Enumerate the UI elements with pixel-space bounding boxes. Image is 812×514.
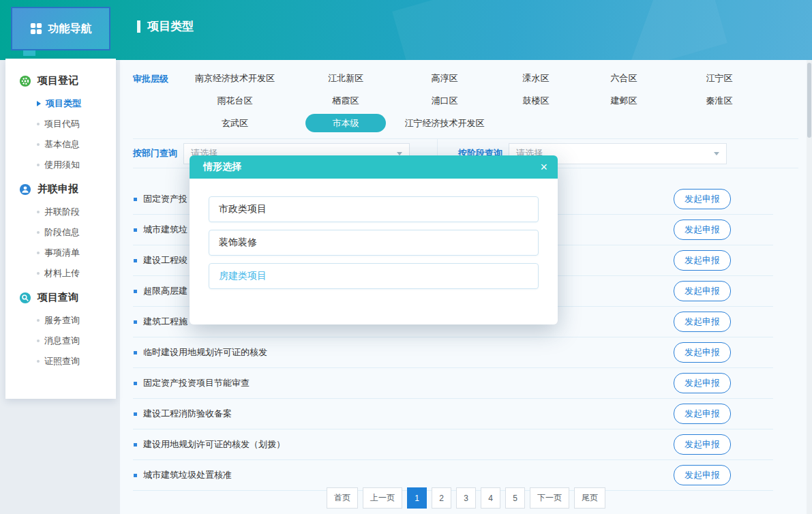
scrollbar-thumb[interactable] [807,63,811,138]
scrollbar[interactable] [807,60,812,514]
declare-button[interactable]: 发起申报 [674,342,731,363]
sidebar-item[interactable]: 项目代码 [5,114,116,134]
search-icon [19,292,31,304]
region-option[interactable]: 江宁区 [668,67,770,89]
close-icon[interactable]: × [540,161,547,173]
filter-panel: 审批层级 南京经济技术开发区江北新区高淳区溧水区六合区江宁区雨花台区栖霞区浦口区… [120,60,812,168]
chevron-down-icon [397,152,402,155]
declare-button[interactable]: 发起申报 [674,220,731,240]
sidebar-item[interactable]: 阶段信息 [5,222,116,243]
sidebar-item-label: 消息查询 [44,335,80,347]
sidebar-section-label: 并联申报 [37,183,78,196]
sidebar-item[interactable]: 服务查询 [5,310,116,331]
page-button[interactable]: 3 [456,487,476,509]
list-item: 城市建筑垃圾处置核准发起申报 [133,460,773,491]
sidebar-item[interactable]: 基本信息 [5,134,116,155]
sidebar-item-label: 项目代码 [44,118,80,130]
region-option[interactable]: 溧水区 [492,67,580,89]
bullet-icon [37,211,40,213]
bullet-icon [37,319,40,322]
sidebar-item[interactable]: 事项清单 [5,243,116,263]
sidebar-item[interactable]: 证照查询 [5,351,116,372]
sidebar-item-label: 基本信息 [44,138,80,151]
modal-option[interactable]: 装饰装修 [209,230,539,256]
page-button[interactable]: 4 [481,487,500,509]
sidebar-item[interactable]: 使用须知 [5,155,116,175]
sidebar-item-label: 证照查询 [44,355,80,367]
sidebar-item-label: 服务查询 [44,314,80,327]
page-button[interactable]: 尾页 [574,487,605,509]
region-option[interactable]: 雨花台区 [175,89,295,112]
page-button[interactable]: 5 [505,487,525,509]
bullet-icon [37,339,40,342]
bullet-icon [37,252,40,254]
bullet-icon [37,164,40,166]
list-item: 建设工程消防验收备案发起申报 [133,399,773,429]
bullet-icon [37,231,40,234]
region-option[interactable]: 江宁经济技术开发区 [397,112,492,134]
user-icon [19,183,31,196]
region-option[interactable]: 浦口区 [397,89,492,112]
page-button[interactable]: 下一页 [530,487,569,509]
sidebar-item-label: 事项清单 [44,247,80,259]
declare-button[interactable]: 发起申报 [674,434,731,455]
sidebar-section-label: 项目查询 [37,291,78,304]
sidebar-title: 功能导航 [48,22,92,36]
region-option[interactable]: 鼓楼区 [492,89,580,112]
modal-option[interactable]: 市政类项目 [209,196,539,222]
list-item-label: 建设用地规划许可证的核发（划拨） [143,438,674,451]
sidebar-item[interactable]: 消息查询 [5,331,116,351]
region-option[interactable]: 玄武区 [175,112,295,134]
page-button[interactable]: 上一页 [363,487,402,509]
situation-select-modal: 情形选择 × 市政类项目装饰装修房建类项目 [190,155,558,324]
region-option[interactable]: 高淳区 [397,67,492,89]
bullet-icon [37,143,40,146]
sidebar-section-label: 项目登记 [37,74,78,87]
declare-button[interactable]: 发起申报 [674,312,731,332]
region-option[interactable]: 市本级 [305,114,386,132]
declare-button[interactable]: 发起申报 [674,189,731,209]
bullet-icon [134,351,137,354]
page-button[interactable]: 2 [432,487,451,509]
sidebar-section[interactable]: 项目登记 [5,67,116,93]
bullet-icon [134,259,137,262]
bullet-icon [134,474,137,477]
sidebar-item-label: 项目类型 [46,97,81,110]
sidebar-item[interactable]: 并联阶段 [5,202,116,222]
sidebar: 功能导航 项目登记项目类型项目代码基本信息使用须知并联申报并联阶段阶段信息事项清… [5,7,116,399]
header-decoration [624,0,812,60]
sidebar-body: 项目登记项目类型项目代码基本信息使用须知并联申报并联阶段阶段信息事项清单材料上传… [5,59,116,399]
declare-button[interactable]: 发起申报 [674,281,731,301]
top-header [0,0,812,60]
region-option[interactable]: 秦淮区 [668,89,770,112]
declare-button[interactable]: 发起申报 [674,404,731,424]
sidebar-section[interactable]: 项目查询 [5,284,116,310]
sidebar-item[interactable]: 材料上传 [5,263,116,284]
region-option[interactable]: 南京经济技术开发区 [175,67,295,89]
gear-icon [19,75,31,87]
list-item: 固定资产投资项目节能审查发起申报 [133,368,773,399]
sidebar-item-label: 材料上传 [44,267,80,279]
bullet-icon [134,320,137,324]
title-accent-bar [137,20,140,33]
region-option[interactable]: 六合区 [580,67,668,89]
bullet-icon [134,443,137,447]
approval-level-filter: 审批层级 南京经济技术开发区江北新区高淳区溧水区六合区江宁区雨花台区栖霞区浦口区… [133,67,798,134]
sidebar-item-label: 阶段信息 [44,226,80,239]
page-button[interactable]: 首页 [327,487,358,509]
sidebar-item[interactable]: 项目类型 [5,93,116,114]
dept-query-label: 按部门查询 [133,147,183,160]
declare-button[interactable]: 发起申报 [674,465,731,485]
region-option[interactable]: 建邺区 [580,89,668,112]
declare-button[interactable]: 发起申报 [674,373,731,393]
bullet-icon [37,123,40,125]
bullet-icon [134,228,137,232]
sidebar-header-notch [23,50,35,56]
modal-option[interactable]: 房建类项目 [209,263,539,289]
sidebar-section[interactable]: 并联申报 [5,175,116,202]
declare-button[interactable]: 发起申报 [674,250,731,271]
modal-title: 情形选择 [203,161,241,173]
region-option[interactable]: 栖霞区 [295,89,397,112]
region-option[interactable]: 江北新区 [295,67,397,89]
page-button[interactable]: 1 [407,487,427,509]
